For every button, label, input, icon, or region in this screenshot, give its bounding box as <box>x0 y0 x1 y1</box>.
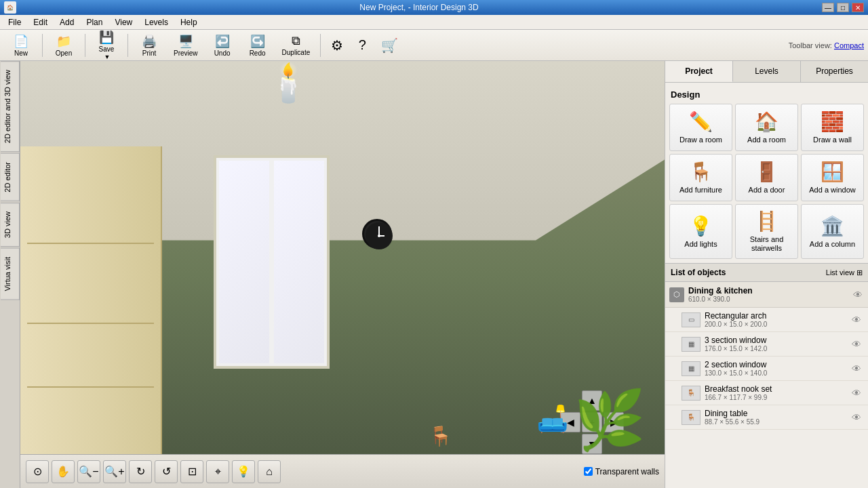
toolbar-label-1: Open <box>56 49 72 57</box>
panel-tab-properties-tab[interactable]: Properties <box>801 61 868 82</box>
design-btn-add-window[interactable]: 🪟Add a window <box>801 154 864 201</box>
object-item-0[interactable]: ▭ Rectangular arch 200.0 × 15.0 × 200.0 … <box>665 308 868 332</box>
orbit-btn[interactable]: ⊡ <box>180 460 203 483</box>
item-dims-2: 130.0 × 15.0 × 140.0 <box>705 369 846 377</box>
transparent-walls-label: Transparent walls <box>595 467 659 476</box>
design-section: Design ✏️Draw a room🏠Add a room🧱Draw a w… <box>665 83 868 263</box>
pan-btn[interactable]: ✋ <box>52 460 75 483</box>
list-view-icon: ⊞ <box>856 268 863 277</box>
design-icon-stairs: 🪜 <box>755 210 778 232</box>
cart-button[interactable]: 🛒 <box>375 33 404 58</box>
toolbar-icon-3: 🖨️ <box>142 34 157 49</box>
item-icon-0: ▭ <box>682 312 701 327</box>
zoom-in-btn[interactable]: 🔍+ <box>103 460 126 483</box>
design-btn-add-door[interactable]: 🚪Add a door <box>735 154 798 201</box>
toolbar-view-label: Toolbar view: Compact <box>789 41 864 49</box>
object-group[interactable]: ⬡ Dining & kitchen 610.0 × 390.0 👁 <box>665 282 868 308</box>
side-tab-3d-view[interactable]: 3D view <box>1 203 20 247</box>
design-label-add-door: Add a door <box>749 186 785 195</box>
item-name-3: Breakfast nook set <box>705 384 846 394</box>
rotate-right-btn[interactable]: ↺ <box>155 460 178 483</box>
maximize-button[interactable]: □ <box>837 3 849 12</box>
item-icon-1: ▦ <box>682 337 701 352</box>
settings-button[interactable]: ⚙ <box>325 33 349 58</box>
toolbar-print-button[interactable]: 🖨️Print <box>132 33 166 58</box>
minimize-button[interactable]: — <box>822 3 834 12</box>
toolbar-duplicate-button[interactable]: ⧉Duplicate <box>276 33 317 58</box>
toolbar-label-6: Redo <box>250 49 266 57</box>
toolbar-label-0: New <box>14 49 28 57</box>
item-dims-1: 176.0 × 15.0 × 142.0 <box>705 345 846 352</box>
objects-list[interactable]: ⬡ Dining & kitchen 610.0 × 390.0 👁 ▭ Rec… <box>665 282 868 488</box>
side-tab-virtual-visit[interactable]: Virtua visit <box>1 248 20 300</box>
design-btn-draw-room[interactable]: ✏️Draw a room <box>669 104 732 151</box>
list-view-button[interactable]: List view ⊞ <box>826 268 863 277</box>
bottom-toolbar: ⊙✋🔍−🔍+↻↺⊡⌖💡⌂Transparent walls <box>20 454 665 488</box>
menubar: FileEditAddPlanViewLevelsHelp <box>0 15 868 30</box>
design-label-draw-wall: Draw a wall <box>813 136 852 144</box>
toolbar-save-button[interactable]: 💾Save▼ <box>90 33 123 58</box>
toolbar-undo-button[interactable]: ↩️Undo <box>205 33 239 58</box>
transparent-walls-section: Transparent walls <box>584 467 659 476</box>
item-visibility-icon-4[interactable]: 👁 <box>850 411 863 424</box>
toolbar-view-compact-link[interactable]: Compact <box>834 41 864 49</box>
design-btn-add-room[interactable]: 🏠Add a room <box>735 104 798 151</box>
item-dims-0: 200.0 × 15.0 × 200.0 <box>705 321 846 328</box>
app-logo: 🏠 <box>4 1 16 14</box>
window-title: New Project, - Interior Design 3D <box>16 3 822 12</box>
menu-item-file[interactable]: File <box>3 16 26 28</box>
light-btn[interactable]: 💡 <box>232 460 255 483</box>
close-button[interactable]: ✕ <box>852 3 864 12</box>
help-button[interactable]: ? <box>351 33 374 58</box>
side-tab-2d-3d-view[interactable]: 2D editor and 3D view <box>1 61 20 152</box>
item-visibility-icon-3[interactable]: 👁 <box>850 386 863 400</box>
svg-point-3 <box>378 235 380 237</box>
item-visibility-icon-0[interactable]: 👁 <box>850 313 863 327</box>
menu-item-levels[interactable]: Levels <box>139 16 174 28</box>
panel-tab-project-tab[interactable]: Project <box>665 61 733 82</box>
item-dims-3: 166.7 × 117.7 × 99.9 <box>705 394 846 401</box>
design-label-draw-room: Draw a room <box>679 136 722 144</box>
toolbar: 📄New📁Open💾Save▼🖨️Print🖥️Preview↩️Undo↪️R… <box>0 30 868 61</box>
design-btn-draw-wall[interactable]: 🧱Draw a wall <box>801 104 864 151</box>
rotate-left-btn[interactable]: ↻ <box>129 460 152 483</box>
360-view-btn[interactable]: ⊙ <box>26 460 49 483</box>
design-label-add-room: Add a room <box>747 136 786 144</box>
toolbar-preview-button[interactable]: 🖥️Preview <box>167 33 204 58</box>
design-btn-add-column[interactable]: 🏛️Add a column <box>801 204 864 259</box>
design-icon-add-door: 🚪 <box>755 161 778 183</box>
design-icon-add-furniture: 🪑 <box>689 161 713 183</box>
group-visibility-icon[interactable]: 👁 <box>852 288 864 302</box>
side-tab-2d-editor[interactable]: 2D editor <box>1 153 20 201</box>
menu-item-view[interactable]: View <box>109 16 138 28</box>
design-icon-add-lights: 💡 <box>689 215 713 237</box>
object-item-2[interactable]: ▦ 2 section window 130.0 × 15.0 × 140.0 … <box>665 357 868 381</box>
toolbar-open-button[interactable]: 📁Open <box>47 33 81 58</box>
item-visibility-icon-1[interactable]: 👁 <box>850 338 863 351</box>
menu-item-edit[interactable]: Edit <box>28 16 53 28</box>
design-icon-add-column: 🏛️ <box>821 215 844 237</box>
menu-item-plan[interactable]: Plan <box>81 16 108 28</box>
design-btn-add-furniture[interactable]: 🪑Add furniture <box>669 154 732 201</box>
look-btn[interactable]: ⌖ <box>206 460 229 483</box>
toolbar-label-3: Print <box>142 49 157 57</box>
toolbar-redo-button[interactable]: ↪️Redo <box>241 33 275 58</box>
design-btn-stairs[interactable]: 🪜Stairs and stairwells <box>735 204 798 259</box>
save-dropdown-arrow[interactable]: ▼ <box>104 54 111 60</box>
table: 🪑 <box>429 425 452 447</box>
object-item-3[interactable]: 🪑 Breakfast nook set 166.7 × 117.7 × 99.… <box>665 381 868 405</box>
zoom-out-btn[interactable]: 🔍− <box>77 460 100 483</box>
toolbar-new-button[interactable]: 📄New <box>4 33 38 58</box>
design-icon-draw-wall: 🧱 <box>821 110 844 133</box>
item-visibility-icon-2[interactable]: 👁 <box>850 362 863 375</box>
object-item-1[interactable]: ▦ 3 section window 176.0 × 15.0 × 142.0 … <box>665 332 868 357</box>
menu-item-help[interactable]: Help <box>175 16 203 28</box>
panel-tab-levels-tab[interactable]: Levels <box>733 61 801 82</box>
transparent-walls-checkbox[interactable] <box>584 467 593 476</box>
object-item-4[interactable]: 🪑 Dining table 88.7 × 55.6 × 55.9 👁 <box>665 405 868 430</box>
clock <box>362 219 392 249</box>
design-icon-add-room: 🏠 <box>755 110 778 133</box>
design-btn-add-lights[interactable]: 💡Add lights <box>669 204 732 259</box>
home-btn[interactable]: ⌂ <box>258 460 281 483</box>
menu-item-add[interactable]: Add <box>54 16 79 28</box>
